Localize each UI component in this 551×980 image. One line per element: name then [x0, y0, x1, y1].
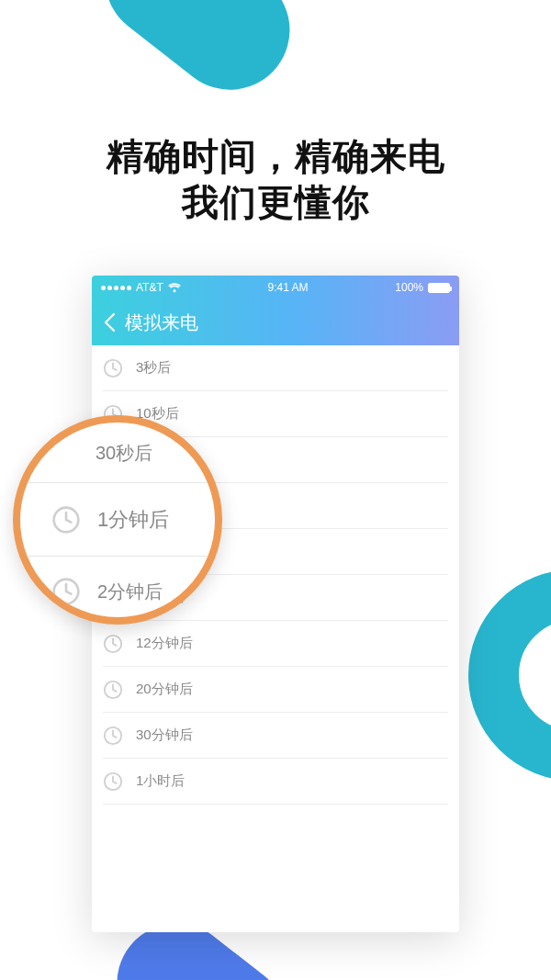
clock-icon [51, 505, 81, 535]
list-item[interactable]: 12分钟后 [103, 621, 448, 667]
promo-headline: 精确时间，精确来电 我们更懂你 [0, 133, 551, 225]
phone-header: AT&T 9:41 AM 100% 模拟来电 [92, 276, 459, 345]
battery-pct: 100% [395, 281, 423, 294]
nav-bar: 模拟来电 [92, 299, 459, 345]
clock-icon [103, 358, 123, 378]
clock-icon [103, 680, 123, 700]
bg-shape-right [468, 569, 551, 781]
carrier-label: AT&T [136, 281, 163, 294]
zoom-row-label: 1分钟后 [97, 506, 169, 534]
zoom-callout: 30秒后 1分钟后 2分钟后 [13, 415, 222, 625]
list-item-label: 20分钟后 [136, 681, 193, 698]
battery-icon [428, 283, 450, 293]
zoom-row-label: 30秒后 [96, 441, 152, 466]
list-item[interactable]: 3秒后 [103, 345, 448, 391]
list-item-label: 1小时后 [136, 772, 185, 790]
list-item[interactable]: 1小时后 [103, 759, 448, 805]
status-bar: AT&T 9:41 AM 100% [92, 276, 459, 299]
clock-icon [103, 772, 123, 792]
signal-dots-icon [101, 286, 131, 290]
list-item-label: 30分钟后 [136, 727, 193, 744]
headline-line-2: 我们更懂你 [0, 179, 551, 225]
zoom-row-label: 2分钟后 [97, 580, 163, 604]
clock-icon [103, 634, 123, 654]
back-icon[interactable] [103, 312, 116, 332]
headline-line-1: 精确时间，精确来电 [0, 133, 551, 179]
clock-icon [103, 726, 123, 746]
list-item[interactable]: 30分钟后 [103, 713, 448, 759]
list-item[interactable]: 20分钟后 [103, 667, 448, 713]
nav-title: 模拟来电 [125, 310, 198, 335]
list-item-label: 3秒后 [136, 359, 171, 377]
status-time: 9:41 AM [268, 281, 309, 294]
zoom-row: 1分钟后 [20, 483, 215, 557]
clock-icon [51, 577, 81, 606]
bg-shape-top [81, 0, 313, 114]
list-item-label: 12分钟后 [136, 635, 193, 652]
wifi-icon [168, 283, 181, 293]
